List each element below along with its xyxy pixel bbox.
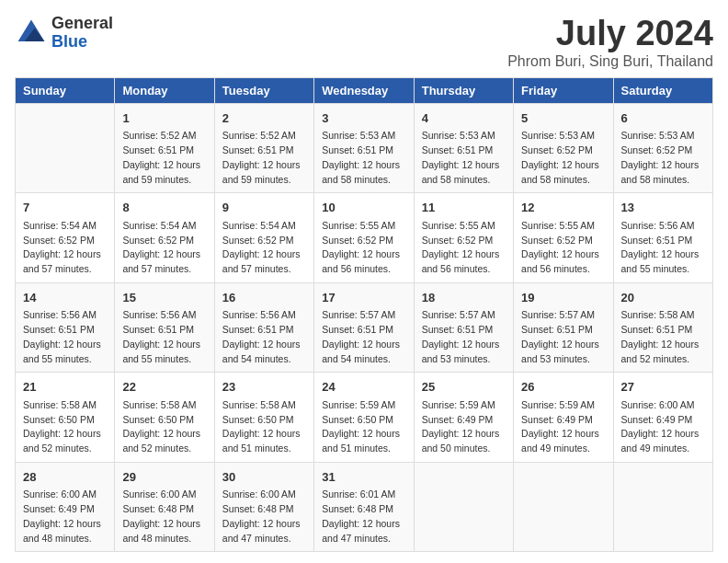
- col-header-sunday: Sunday: [16, 77, 115, 103]
- week-row-2: 7Sunrise: 5:54 AMSunset: 6:52 PMDaylight…: [16, 193, 713, 283]
- cell-info: Sunrise: 5:53 AMSunset: 6:51 PMDaylight:…: [422, 129, 506, 187]
- calendar-cell: 2Sunrise: 5:52 AMSunset: 6:51 PMDaylight…: [214, 103, 313, 193]
- calendar-cell: 29Sunrise: 6:00 AMSunset: 6:48 PMDayligh…: [115, 462, 214, 552]
- day-number: 31: [322, 468, 405, 487]
- cell-info: Sunrise: 6:00 AMSunset: 6:49 PMDaylight:…: [621, 398, 705, 456]
- day-number: 25: [422, 378, 506, 396]
- calendar-table: SundayMondayTuesdayWednesdayThursdayFrid…: [15, 77, 713, 553]
- cell-info: Sunrise: 5:53 AMSunset: 6:51 PMDaylight:…: [322, 129, 405, 187]
- calendar-cell: 20Sunrise: 5:58 AMSunset: 6:51 PMDayligh…: [613, 282, 712, 373]
- week-row-1: 1Sunrise: 5:52 AMSunset: 6:51 PMDaylight…: [16, 103, 713, 193]
- day-number: 11: [422, 199, 506, 217]
- cell-info: Sunrise: 5:59 AMSunset: 6:49 PMDaylight:…: [521, 398, 605, 456]
- day-number: 24: [322, 378, 405, 396]
- day-number: 22: [122, 378, 206, 396]
- cell-info: Sunrise: 6:00 AMSunset: 6:49 PMDaylight:…: [23, 488, 107, 546]
- calendar-cell: 15Sunrise: 5:56 AMSunset: 6:51 PMDayligh…: [115, 282, 214, 373]
- logo: General Blue: [15, 15, 113, 52]
- cell-info: Sunrise: 6:00 AMSunset: 6:48 PMDaylight:…: [222, 488, 306, 546]
- day-number: 8: [122, 199, 206, 217]
- cell-info: Sunrise: 5:58 AMSunset: 6:51 PMDaylight:…: [621, 308, 705, 366]
- calendar-cell: 27Sunrise: 6:00 AMSunset: 6:49 PMDayligh…: [613, 373, 712, 463]
- calendar-cell: [514, 462, 613, 552]
- day-number: 10: [322, 199, 405, 217]
- day-number: 20: [621, 289, 705, 307]
- cell-info: Sunrise: 5:57 AMSunset: 6:51 PMDaylight:…: [422, 308, 506, 366]
- cell-info: Sunrise: 5:53 AMSunset: 6:52 PMDaylight:…: [521, 129, 605, 187]
- calendar-cell: 30Sunrise: 6:00 AMSunset: 6:48 PMDayligh…: [214, 462, 313, 552]
- calendar-cell: 24Sunrise: 5:59 AMSunset: 6:50 PMDayligh…: [314, 373, 414, 463]
- col-header-friday: Friday: [514, 77, 613, 103]
- week-row-4: 21Sunrise: 5:58 AMSunset: 6:50 PMDayligh…: [16, 373, 713, 463]
- day-number: 17: [322, 289, 405, 307]
- cell-info: Sunrise: 5:53 AMSunset: 6:52 PMDaylight:…: [621, 129, 705, 187]
- day-number: 15: [122, 289, 206, 307]
- cell-info: Sunrise: 5:58 AMSunset: 6:50 PMDaylight:…: [23, 398, 107, 456]
- calendar-cell: 21Sunrise: 5:58 AMSunset: 6:50 PMDayligh…: [16, 373, 115, 463]
- subtitle: Phrom Buri, Sing Buri, Thailand: [507, 53, 713, 70]
- col-header-wednesday: Wednesday: [314, 77, 414, 103]
- col-header-monday: Monday: [115, 77, 214, 103]
- cell-info: Sunrise: 5:58 AMSunset: 6:50 PMDaylight:…: [122, 398, 206, 456]
- col-header-thursday: Thursday: [414, 77, 513, 103]
- calendar-cell: 5Sunrise: 5:53 AMSunset: 6:52 PMDaylight…: [514, 103, 613, 193]
- day-number: 27: [621, 378, 705, 396]
- cell-info: Sunrise: 5:55 AMSunset: 6:52 PMDaylight:…: [422, 219, 506, 277]
- cell-info: Sunrise: 5:59 AMSunset: 6:50 PMDaylight:…: [322, 398, 405, 456]
- calendar-cell: 8Sunrise: 5:54 AMSunset: 6:52 PMDaylight…: [115, 193, 214, 283]
- header-row: SundayMondayTuesdayWednesdayThursdayFrid…: [16, 77, 713, 103]
- day-number: 16: [222, 289, 306, 307]
- calendar-cell: 31Sunrise: 6:01 AMSunset: 6:48 PMDayligh…: [314, 462, 414, 552]
- cell-info: Sunrise: 5:57 AMSunset: 6:51 PMDaylight:…: [322, 308, 405, 366]
- cell-info: Sunrise: 5:56 AMSunset: 6:51 PMDaylight:…: [122, 308, 206, 366]
- calendar-cell: 25Sunrise: 5:59 AMSunset: 6:49 PMDayligh…: [414, 373, 513, 463]
- calendar-cell: 16Sunrise: 5:56 AMSunset: 6:51 PMDayligh…: [214, 282, 313, 373]
- day-number: 21: [23, 378, 107, 396]
- day-number: 9: [222, 199, 306, 217]
- day-number: 6: [621, 109, 705, 128]
- day-number: 28: [23, 468, 107, 487]
- day-number: 3: [322, 109, 405, 128]
- calendar-cell: 22Sunrise: 5:58 AMSunset: 6:50 PMDayligh…: [115, 373, 214, 463]
- calendar-cell: 6Sunrise: 5:53 AMSunset: 6:52 PMDaylight…: [613, 103, 712, 193]
- title-block: July 2024 Phrom Buri, Sing Buri, Thailan…: [507, 15, 713, 70]
- calendar-cell: [16, 103, 115, 193]
- cell-info: Sunrise: 5:54 AMSunset: 6:52 PMDaylight:…: [122, 219, 206, 277]
- week-row-5: 28Sunrise: 6:00 AMSunset: 6:49 PMDayligh…: [16, 462, 713, 552]
- calendar-cell: 1Sunrise: 5:52 AMSunset: 6:51 PMDaylight…: [115, 103, 214, 193]
- cell-info: Sunrise: 5:52 AMSunset: 6:51 PMDaylight:…: [222, 129, 306, 187]
- col-header-tuesday: Tuesday: [214, 77, 313, 103]
- calendar-cell: 11Sunrise: 5:55 AMSunset: 6:52 PMDayligh…: [414, 193, 513, 283]
- calendar-cell: 7Sunrise: 5:54 AMSunset: 6:52 PMDaylight…: [16, 193, 115, 283]
- cell-info: Sunrise: 5:55 AMSunset: 6:52 PMDaylight:…: [521, 219, 605, 277]
- calendar-cell: 19Sunrise: 5:57 AMSunset: 6:51 PMDayligh…: [514, 282, 613, 373]
- calendar-cell: 17Sunrise: 5:57 AMSunset: 6:51 PMDayligh…: [314, 282, 414, 373]
- cell-info: Sunrise: 6:00 AMSunset: 6:48 PMDaylight:…: [122, 488, 206, 546]
- day-number: 23: [222, 378, 306, 396]
- day-number: 1: [122, 109, 206, 128]
- main-title: July 2024: [507, 15, 713, 53]
- day-number: 2: [222, 109, 306, 128]
- page-header: General Blue July 2024 Phrom Buri, Sing …: [15, 15, 713, 70]
- cell-info: Sunrise: 5:56 AMSunset: 6:51 PMDaylight:…: [222, 308, 306, 366]
- calendar-cell: 13Sunrise: 5:56 AMSunset: 6:51 PMDayligh…: [613, 193, 712, 283]
- calendar-cell: [414, 462, 513, 552]
- cell-info: Sunrise: 5:54 AMSunset: 6:52 PMDaylight:…: [23, 219, 107, 277]
- calendar-cell: 9Sunrise: 5:54 AMSunset: 6:52 PMDaylight…: [214, 193, 313, 283]
- calendar-cell: 4Sunrise: 5:53 AMSunset: 6:51 PMDaylight…: [414, 103, 513, 193]
- calendar-cell: 10Sunrise: 5:55 AMSunset: 6:52 PMDayligh…: [314, 193, 414, 283]
- calendar-cell: 3Sunrise: 5:53 AMSunset: 6:51 PMDaylight…: [314, 103, 414, 193]
- logo-icon: [15, 17, 48, 50]
- calendar-cell: 28Sunrise: 6:00 AMSunset: 6:49 PMDayligh…: [16, 462, 115, 552]
- day-number: 14: [23, 289, 107, 307]
- day-number: 12: [521, 199, 605, 217]
- day-number: 30: [222, 468, 306, 487]
- cell-info: Sunrise: 5:57 AMSunset: 6:51 PMDaylight:…: [521, 308, 605, 366]
- day-number: 19: [521, 289, 605, 307]
- logo-text: General Blue: [51, 15, 113, 52]
- day-number: 4: [422, 109, 506, 128]
- cell-info: Sunrise: 5:54 AMSunset: 6:52 PMDaylight:…: [222, 219, 306, 277]
- cell-info: Sunrise: 6:01 AMSunset: 6:48 PMDaylight:…: [322, 488, 405, 546]
- calendar-cell: 23Sunrise: 5:58 AMSunset: 6:50 PMDayligh…: [214, 373, 313, 463]
- week-row-3: 14Sunrise: 5:56 AMSunset: 6:51 PMDayligh…: [16, 282, 713, 373]
